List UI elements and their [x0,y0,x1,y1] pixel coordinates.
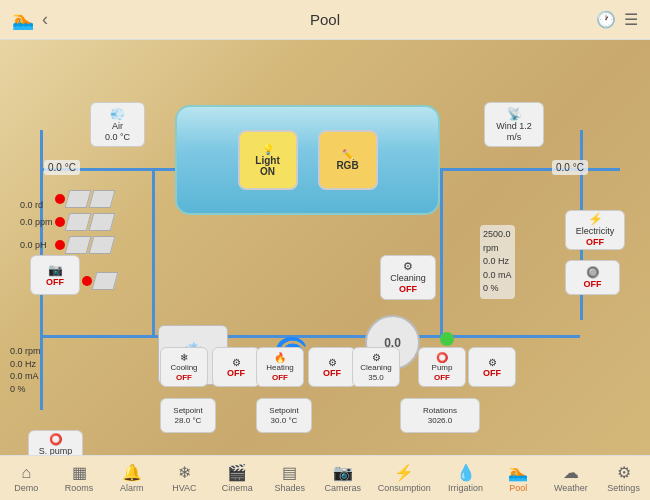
cinema-icon: 🎬 [227,463,247,482]
nav-cinema-label: Cinema [222,483,253,493]
air-temp-box: 💨 Air0.0 °C [90,102,145,147]
valve-2[interactable] [89,190,116,208]
red-dot-2 [55,217,65,227]
back-button[interactable]: ‹ [42,9,48,30]
electricity-icon: ⚡ [588,212,603,226]
camera-icon: 📷 [48,263,63,277]
ma-right: 0.0 mA [483,269,512,283]
setpoint-1-label: Setpoint28.0 °C [173,406,202,425]
settings-icon-pump: ⚙ [488,357,497,368]
nav-hvac-label: HVAC [172,483,196,493]
top-bar: 🏊 ‹ Pool 🕐 ☰ [0,0,650,40]
off-label-right: OFF [584,279,602,289]
cooling-label: CoolingOFF [170,363,197,382]
off-box-right[interactable]: 🔘 OFF [565,260,620,295]
cleaning-icon-b: ⚙ [372,352,381,363]
setpoint-1-box[interactable]: Setpoint28.0 °C [160,398,216,433]
valve-1[interactable] [65,190,92,208]
nav-weather-label: Weather [554,483,588,493]
nav-demo[interactable]: ⌂ Demo [4,462,48,495]
temp-left: 0.0 °C [44,160,80,175]
sensor-box[interactable]: 📷 OFF [30,255,80,295]
nav-settings-label: Settings [607,483,640,493]
irrigation-icon: 💧 [456,463,476,482]
settings-icon: ⚙ [617,463,631,482]
nav-alarm[interactable]: 🔔 Alarm [110,461,154,495]
valve-row-1 [55,190,113,208]
electricity-label: ElectricityOFF [576,226,615,248]
pool-icon: 🏊 [12,9,34,31]
bottom-nav: ⌂ Demo ▦ Rooms 🔔 Alarm ❄ HVAC 🎬 Cinema ▤… [0,455,650,500]
off-box-3[interactable]: ⚙ OFF [308,347,356,387]
nav-consumption-label: Consumption [378,483,431,493]
valve-7[interactable] [92,272,119,290]
off-box-2[interactable]: ⚙ OFF [212,347,260,387]
rgb-button[interactable]: ✏️ RGB [318,130,378,190]
nav-settings[interactable]: ⚙ Settings [602,461,646,495]
flow-left: 0.0 rd [20,200,43,210]
valve-3[interactable] [65,213,92,231]
nav-rooms-label: Rooms [65,483,94,493]
off-label-pump: OFF [483,368,501,378]
nav-weather[interactable]: ☁ Weather [549,461,593,495]
red-dot-4 [82,276,92,286]
heating-icon: 🔥 [274,352,286,363]
cleaning-box-main[interactable]: ⚙ CleaningOFF [380,255,436,300]
history-icon[interactable]: 🕐 [596,10,616,29]
cooling-off-box[interactable]: ❄ CoolingOFF [160,347,208,387]
ppm-label: 0.0 ppm [20,217,53,227]
nav-rooms[interactable]: ▦ Rooms [57,461,101,495]
red-dot-1 [55,194,65,204]
nav-cameras[interactable]: 📷 Cameras [321,461,366,495]
pump-off-box[interactable]: ⭕ PumpOFF [418,347,466,387]
nav-hvac[interactable]: ❄ HVAC [162,461,206,495]
valve-5[interactable] [65,236,92,254]
setpoint-2-box[interactable]: Setpoint30.0 °C [256,398,312,433]
wind-label: Wind 1.2 m/s [489,121,539,143]
cleaning-35-box[interactable]: ⚙ Cleaning35.0 [352,347,400,387]
cameras-icon: 📷 [333,463,353,482]
pump-ma-left: 0.0 mA [10,370,41,383]
nav-irrigation[interactable]: 💧 Irrigation [444,461,488,495]
valve-row-3 [55,236,113,254]
pump-rpm-left: 0.0 rpm [10,345,41,358]
light-button[interactable]: 💡 LightON [238,130,298,190]
nav-consumption[interactable]: ⚡ Consumption [374,461,435,495]
pump-stats-left: 0.0 rpm 0.0 Hz 0.0 mA 0 % [10,345,41,395]
right-stats-box: 2500.0 rpm 0.0 Hz 0.0 mA 0 % [480,225,515,299]
setpoint-2-label: Setpoint30.0 °C [269,406,298,425]
pump-icon-b: ⭕ [436,352,448,363]
nav-irrigation-label: Irrigation [448,483,483,493]
cooling-icon: ❄ [180,352,188,363]
valve-6[interactable] [89,236,116,254]
demo-icon: ⌂ [22,464,32,482]
electricity-box[interactable]: ⚡ ElectricityOFF [565,210,625,250]
cleaning-icon-main: ⚙ [403,260,413,273]
page-title: Pool [310,11,340,28]
pool-container: 💡 LightON ✏️ RGB [175,105,440,215]
rgb-label: RGB [336,160,358,171]
light-icon: 💡 [262,144,274,155]
spump-box[interactable]: ⭕ S. pumpOFF [28,430,83,455]
rooms-icon: ▦ [72,463,87,482]
settings-icon-2: ⚙ [232,357,241,368]
wind-icon: 📡 [507,107,522,121]
cleaning-35-label: Cleaning35.0 [360,363,392,382]
menu-icon[interactable]: ☰ [624,10,638,29]
hz-right: 0.0 Hz [483,255,512,269]
nav-shades[interactable]: ▤ Shades [268,461,312,495]
nav-pool[interactable]: 🏊 Pool [496,461,540,495]
main-content: 💨 Air0.0 °C 📡 Wind 1.2 m/s 💡 LightON ✏️ … [0,40,650,455]
pipe-mid-v1 [152,168,155,338]
rotations-label: Rotations3026.0 [423,406,457,425]
rgb-icon: ✏️ [342,149,354,160]
off-label-2: OFF [227,368,245,378]
air-icon: 💨 [110,107,125,121]
nav-cinema[interactable]: 🎬 Cinema [215,461,259,495]
off-box-pump[interactable]: ⚙ OFF [468,347,516,387]
off-icon-right: 🔘 [586,266,600,279]
heating-off-box[interactable]: 🔥 HeatingOFF [256,347,304,387]
green-indicator [440,332,454,346]
rotations-box[interactable]: Rotations3026.0 [400,398,480,433]
valve-4[interactable] [89,213,116,231]
